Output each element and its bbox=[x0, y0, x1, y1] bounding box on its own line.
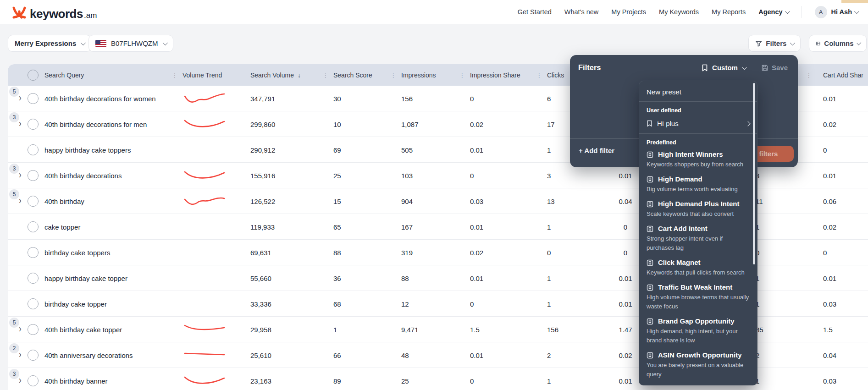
menu-item-preset[interactable]: ASIN Growth OpportunityYou are barely pr… bbox=[639, 349, 757, 379]
nav-item-get-started[interactable]: Get Started bbox=[518, 8, 552, 16]
project-select[interactable]: Merry Expressions bbox=[8, 35, 91, 52]
columns-button[interactable]: Columns bbox=[809, 35, 867, 52]
cell-share: 0 bbox=[470, 300, 547, 308]
row-checkbox[interactable] bbox=[28, 93, 39, 104]
menu-item-preset[interactable]: High Intent WinnersKeywords shoppers buy… bbox=[639, 148, 757, 169]
logo[interactable]: keywords .am bbox=[11, 3, 97, 21]
filters-panel-title: Filters bbox=[578, 63, 601, 72]
column-header-trend[interactable]: Volume Trend bbox=[182, 64, 250, 86]
menu-item-user-preset[interactable]: HI plus bbox=[639, 116, 757, 132]
preset-selector[interactable]: Custom bbox=[702, 64, 746, 71]
sort-desc-icon[interactable]: ↓ bbox=[298, 71, 301, 79]
column-menu-icon[interactable]: ⋮ bbox=[459, 71, 465, 79]
select-all-checkbox[interactable] bbox=[28, 70, 39, 81]
expand-row-icon[interactable]: › bbox=[19, 350, 22, 361]
cell-impressions: 12 bbox=[401, 300, 470, 308]
column-menu-icon[interactable]: ⋮ bbox=[390, 71, 397, 79]
nav-item-my-reports[interactable]: My Reports bbox=[712, 8, 746, 16]
cell-query[interactable]: happy birthday cake toppers bbox=[44, 146, 182, 154]
column-menu-icon[interactable]: ⋮ bbox=[806, 71, 812, 79]
menu-item-preset[interactable]: High DemandBig volume terms worth evalua… bbox=[639, 173, 757, 194]
add-filter-button[interactable]: + Add filter bbox=[579, 147, 614, 154]
expand-row-icon[interactable]: › bbox=[19, 170, 22, 181]
cell-trend bbox=[182, 168, 250, 183]
row-checkbox[interactable] bbox=[28, 196, 39, 207]
column-menu-icon[interactable]: ⋮ bbox=[322, 71, 329, 79]
menu-item-preset[interactable]: Traffic But Weak IntentHigh volume brows… bbox=[639, 281, 757, 311]
cell-share: 0.01 bbox=[470, 352, 547, 359]
column-label: Cart Add Shar bbox=[805, 71, 863, 79]
nav-item-agency[interactable]: Agency bbox=[758, 8, 788, 16]
filters-button-label: Filters bbox=[766, 39, 786, 47]
expand-row-icon[interactable]: › bbox=[19, 324, 22, 335]
column-header-volume[interactable]: Search Volume↓⋮ bbox=[250, 64, 333, 86]
row-checkbox[interactable] bbox=[28, 170, 39, 181]
cell-query[interactable]: cake topper bbox=[44, 223, 182, 231]
menu-item-preset[interactable]: Cart Add IntentStrong shopper intent eve… bbox=[639, 222, 757, 253]
volume-trend-sparkline bbox=[183, 322, 226, 337]
logo-mark-icon bbox=[11, 5, 27, 20]
row-checkbox[interactable] bbox=[28, 350, 39, 361]
nav-item-my-projects[interactable]: My Projects bbox=[611, 8, 646, 16]
row-checkbox[interactable] bbox=[28, 273, 39, 284]
cell-query[interactable]: birthday cake toppers bbox=[44, 249, 182, 257]
column-header-share[interactable]: Impression Share⋮ bbox=[470, 64, 547, 86]
cell-query[interactable]: 40th birthday decorations bbox=[44, 172, 182, 180]
row-checkbox[interactable] bbox=[28, 144, 39, 155]
cell-volume: 69,631 bbox=[250, 249, 333, 257]
cell-query[interactable]: 40th birthday decorations for men bbox=[44, 121, 182, 128]
user-greeting: Hi Ash bbox=[831, 8, 852, 16]
nav-agency-label: Agency bbox=[758, 8, 782, 16]
nav-item-what-s-new[interactable]: What's new bbox=[564, 8, 599, 16]
cell-impressions: 904 bbox=[401, 198, 470, 205]
save-preset-button[interactable]: Save bbox=[761, 64, 788, 71]
column-header-cart_share[interactable]: Cart Add Shar⋮ bbox=[805, 64, 868, 86]
expand-row-icon[interactable]: › bbox=[19, 119, 22, 130]
cell-query[interactable]: birthday cake topper bbox=[44, 300, 182, 308]
menu-item-preset[interactable]: Click MagnetKeywords that pull clicks fr… bbox=[639, 256, 757, 277]
menu-item-preset[interactable]: High Demand Plus IntentScale keywords th… bbox=[639, 198, 757, 219]
variant-count-badge: 2 bbox=[9, 343, 19, 353]
menu-scrollbar[interactable] bbox=[753, 83, 755, 264]
cell-volume: 155,916 bbox=[250, 172, 333, 180]
expand-row-icon[interactable]: › bbox=[19, 196, 22, 207]
row-checkbox[interactable] bbox=[28, 324, 39, 335]
column-menu-icon[interactable]: ⋮ bbox=[171, 71, 178, 79]
logo-suffix: .am bbox=[84, 11, 97, 20]
cell-impressions: 319 bbox=[401, 249, 470, 257]
row-checkbox[interactable] bbox=[28, 119, 39, 130]
asin-select-label: B07FLHWQZM bbox=[111, 39, 158, 47]
cell-clicks: 0 bbox=[547, 249, 594, 257]
menu-item-new-preset[interactable]: New preset bbox=[639, 84, 757, 100]
cell-clicks: 13 bbox=[547, 198, 594, 205]
column-menu-icon[interactable]: ⋮ bbox=[536, 71, 542, 79]
row-checkbox[interactable] bbox=[28, 375, 39, 386]
cell-query[interactable]: 40th birthday decorations for women bbox=[44, 95, 182, 103]
column-header-query[interactable]: Search Query⋮ bbox=[44, 64, 182, 86]
cell-query[interactable]: happy birthday cake topper bbox=[44, 275, 182, 282]
filters-button[interactable]: Filters bbox=[748, 35, 801, 52]
row-checkbox[interactable] bbox=[28, 221, 39, 232]
nav-item-my-keywords[interactable]: My Keywords bbox=[659, 8, 699, 16]
cell-query[interactable]: 40th birthday bbox=[44, 198, 182, 205]
menu-item-preset[interactable]: Brand Gap OpportunityHigh demand, high i… bbox=[639, 315, 757, 345]
row-checkbox[interactable] bbox=[28, 247, 39, 258]
column-header-impressions[interactable]: Impressions⋮ bbox=[401, 64, 470, 86]
preset-name: Protect These bbox=[658, 384, 703, 385]
cell-query[interactable]: 40th birthday cake topper bbox=[44, 326, 182, 334]
asin-select[interactable]: B07FLHWQZM bbox=[88, 35, 173, 52]
cell-score: 65 bbox=[333, 223, 401, 231]
columns-grid-icon bbox=[816, 40, 820, 47]
expand-row-icon[interactable]: › bbox=[19, 375, 22, 387]
cell-score: 88 bbox=[333, 249, 401, 257]
row-checkbox[interactable] bbox=[28, 298, 39, 309]
expand-row-icon[interactable]: › bbox=[19, 93, 22, 104]
cell-query[interactable]: 40th anniversary decorations bbox=[44, 352, 182, 359]
cell-query[interactable]: 40th birthday banner bbox=[44, 377, 182, 385]
user-menu[interactable]: A Hi Ash bbox=[815, 6, 858, 18]
menu-item-preset[interactable]: Protect These bbox=[639, 383, 757, 385]
cell-share: 0 bbox=[470, 95, 547, 103]
preset-selector-label: Custom bbox=[712, 64, 738, 71]
menu-section-user-defined: User defined bbox=[639, 103, 757, 116]
column-header-score[interactable]: Search Score⋮ bbox=[333, 64, 401, 86]
